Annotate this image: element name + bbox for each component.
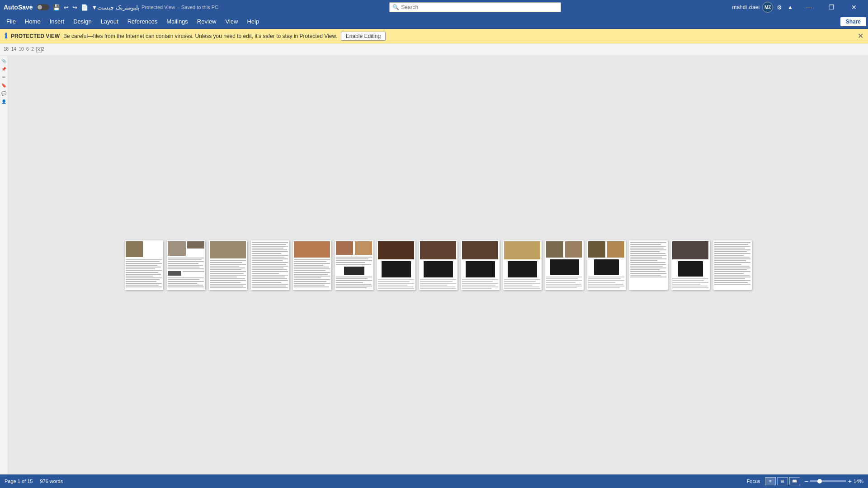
sidebar-icon-6[interactable]: 👤	[1, 99, 7, 105]
menu-file[interactable]: File	[2, 16, 20, 27]
menu-references[interactable]: References	[123, 16, 162, 27]
sidebar-icon-5[interactable]: 💬	[1, 90, 7, 97]
sidebar-icon-4[interactable]: 🔖	[1, 82, 7, 89]
page-15[interactable]	[713, 240, 752, 290]
zoom-slider-thumb	[817, 479, 822, 483]
protected-view-icon: ℹ	[5, 32, 7, 40]
redo-icon[interactable]: ↪	[72, 4, 77, 11]
left-sidebar: 📎 📌 ✏ 🔖 💬 👤	[0, 56, 8, 474]
search-box: 🔍	[389, 2, 561, 12]
app-name-label: AutoSave	[4, 4, 33, 11]
page-7[interactable]	[377, 240, 415, 290]
restore-button[interactable]: ❐	[821, 0, 842, 14]
protected-view-bar: ℹ PROTECTED VIEW Be careful—files from t…	[0, 29, 868, 43]
settings-icon[interactable]: ⚙	[777, 4, 782, 11]
protected-view-close-button[interactable]: ✕	[858, 32, 863, 40]
protected-view-title: PROTECTED VIEW	[11, 33, 60, 39]
enable-editing-button[interactable]: Enable Editing	[341, 32, 386, 41]
zoom-area: − + 14%	[805, 478, 863, 485]
save-status: –	[177, 5, 179, 10]
search-icon: 🔍	[392, 4, 399, 10]
ruler-area: 18 14 10 6 2 ✕2	[0, 43, 868, 56]
pages-row	[120, 231, 756, 299]
zoom-in-button[interactable]: +	[848, 478, 852, 485]
title-bar: AutoSave 💾 ↩ ↪ 📄 ▼ پلیومتریک چیست Protec…	[0, 0, 868, 14]
customize-icon[interactable]: ▼	[92, 4, 98, 11]
menu-home[interactable]: Home	[20, 16, 45, 27]
page-14[interactable]	[671, 240, 710, 290]
sidebar-icon-2[interactable]: 📌	[1, 66, 7, 72]
title-bar-center: پلیومتریک چیست Protected View – Saved to…	[97, 4, 218, 11]
view-buttons: ≡ ⊞ 📖	[765, 477, 800, 485]
page-4[interactable]	[251, 240, 289, 290]
page-13[interactable]	[629, 240, 668, 290]
save-icon[interactable]: 💾	[53, 4, 60, 11]
menu-bar: File Home Insert Design Layout Reference…	[0, 14, 868, 29]
status-bar-right: Focus ≡ ⊞ 📖 − + 14%	[747, 477, 863, 485]
save-status-text: Saved to this PC	[181, 5, 218, 10]
undo-icon[interactable]: ↩	[64, 4, 69, 11]
page-11[interactable]	[545, 240, 584, 290]
page-2[interactable]	[167, 240, 205, 290]
user-name: mahdi ziaei	[732, 4, 760, 10]
share-button[interactable]: Share	[840, 17, 866, 26]
document-area	[8, 56, 868, 474]
autosave-toggle[interactable]	[37, 4, 49, 10]
doc-title: پلیومتریک چیست	[97, 4, 140, 11]
focus-label[interactable]: Focus	[747, 479, 760, 484]
ribbon-display-btn[interactable]: ▲	[786, 3, 795, 11]
user-info: mahdi ziaei MZ	[732, 2, 773, 13]
protected-view-message: Be careful—files from the Internet can c…	[63, 33, 337, 39]
menu-design[interactable]: Design	[69, 16, 96, 27]
menu-view[interactable]: View	[221, 16, 242, 27]
menu-layout[interactable]: Layout	[96, 16, 123, 27]
close-button[interactable]: ✕	[844, 0, 864, 14]
page-9[interactable]	[461, 240, 500, 290]
sidebar-icon-1[interactable]: 📎	[1, 58, 7, 64]
title-bar-right: mahdi ziaei MZ ⚙ ▲ — ❐ ✕	[732, 0, 864, 14]
menu-mailings[interactable]: Mailings	[162, 16, 193, 27]
status-bar-left: Page 1 of 15 976 words	[5, 479, 63, 484]
page-8[interactable]	[419, 240, 458, 290]
menu-insert[interactable]: Insert	[45, 16, 69, 27]
main-area: 📎 📌 ✏ 🔖 💬 👤	[0, 56, 868, 474]
zoom-out-button[interactable]: −	[805, 478, 808, 485]
ruler-values: 18 14 10 6 2 ✕2	[4, 47, 44, 52]
word-count: 976 words	[40, 479, 63, 484]
page-6[interactable]	[335, 240, 373, 290]
win-controls: — ❐ ✕	[798, 0, 864, 14]
page-12[interactable]	[587, 240, 626, 290]
page-5[interactable]	[293, 240, 331, 290]
sidebar-icon-3[interactable]: ✏	[1, 74, 7, 80]
new-doc-icon[interactable]: 📄	[81, 4, 88, 11]
status-bar: Page 1 of 15 976 words Focus ≡ ⊞ 📖 − + 1…	[0, 474, 868, 488]
web-layout-view-btn[interactable]: ⊞	[777, 477, 788, 485]
page-info: Page 1 of 15	[5, 479, 33, 484]
title-bar-left: AutoSave 💾 ↩ ↪ 📄 ▼	[4, 4, 97, 11]
view-tag: Protected View	[142, 5, 175, 10]
page-3[interactable]	[209, 240, 247, 290]
search-input[interactable]	[401, 4, 555, 10]
search-area: 🔍	[218, 2, 732, 12]
page-1[interactable]	[125, 240, 163, 290]
page-10[interactable]	[503, 240, 542, 290]
zoom-slider[interactable]	[810, 480, 846, 482]
zoom-level: 14%	[854, 479, 863, 484]
read-mode-view-btn[interactable]: 📖	[789, 477, 800, 485]
menu-help[interactable]: Help	[242, 16, 264, 27]
print-layout-view-btn[interactable]: ≡	[765, 477, 776, 485]
user-avatar: MZ	[762, 2, 773, 13]
minimize-button[interactable]: —	[798, 0, 819, 14]
menu-review[interactable]: Review	[193, 16, 221, 27]
